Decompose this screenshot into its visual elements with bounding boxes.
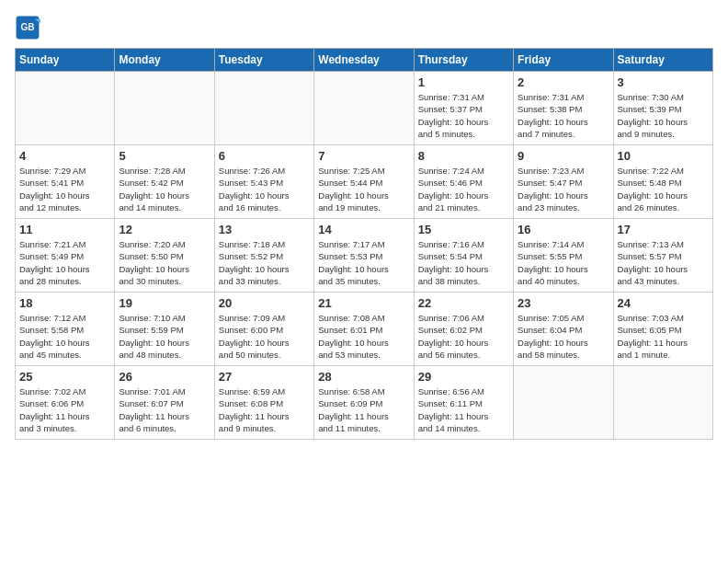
calendar-cell: 22Sunrise: 7:06 AM Sunset: 6:02 PM Dayli… <box>414 293 513 366</box>
calendar-cell: 3Sunrise: 7:30 AM Sunset: 5:39 PM Daylig… <box>613 72 712 145</box>
day-number: 15 <box>418 223 509 236</box>
day-number: 5 <box>119 149 210 163</box>
calendar-cell <box>514 366 613 440</box>
day-info: Sunrise: 7:28 AM Sunset: 5:42 PM Dayligh… <box>119 165 210 213</box>
day-number: 28 <box>318 370 409 384</box>
weekday-header-saturday: Saturday <box>613 49 712 72</box>
day-number: 27 <box>219 370 310 384</box>
calendar-cell: 16Sunrise: 7:14 AM Sunset: 5:55 PM Dayli… <box>514 219 613 293</box>
calendar-cell: 12Sunrise: 7:20 AM Sunset: 5:50 PM Dayli… <box>115 219 214 293</box>
calendar-cell: 27Sunrise: 6:59 AM Sunset: 6:08 PM Dayli… <box>214 366 313 440</box>
calendar-cell: 29Sunrise: 6:56 AM Sunset: 6:11 PM Dayli… <box>414 366 513 440</box>
day-number: 16 <box>518 223 609 236</box>
day-info: Sunrise: 7:03 AM Sunset: 6:05 PM Dayligh… <box>618 312 709 361</box>
calendar-cell: 2Sunrise: 7:31 AM Sunset: 5:38 PM Daylig… <box>514 72 613 145</box>
day-number: 1 <box>418 75 509 89</box>
day-number: 11 <box>19 223 110 236</box>
day-info: Sunrise: 6:56 AM Sunset: 6:11 PM Dayligh… <box>418 385 509 434</box>
calendar-week-5: 25Sunrise: 7:02 AM Sunset: 6:06 PM Dayli… <box>16 366 713 440</box>
day-info: Sunrise: 7:10 AM Sunset: 5:59 PM Dayligh… <box>119 312 210 361</box>
calendar-cell: 11Sunrise: 7:21 AM Sunset: 5:49 PM Dayli… <box>16 219 115 293</box>
weekday-header-sunday: Sunday <box>16 49 115 72</box>
day-info: Sunrise: 7:08 AM Sunset: 6:01 PM Dayligh… <box>318 312 409 361</box>
calendar-cell: 15Sunrise: 7:16 AM Sunset: 5:54 PM Dayli… <box>414 219 513 293</box>
day-info: Sunrise: 7:20 AM Sunset: 5:50 PM Dayligh… <box>119 238 210 287</box>
weekday-header-monday: Monday <box>115 49 214 72</box>
day-number: 10 <box>618 149 709 163</box>
day-info: Sunrise: 7:13 AM Sunset: 5:57 PM Dayligh… <box>618 238 709 287</box>
calendar-cell: 10Sunrise: 7:22 AM Sunset: 5:48 PM Dayli… <box>613 145 712 219</box>
day-info: Sunrise: 7:29 AM Sunset: 5:41 PM Dayligh… <box>19 165 110 213</box>
day-info: Sunrise: 7:24 AM Sunset: 5:46 PM Dayligh… <box>418 165 509 213</box>
day-number: 22 <box>418 296 509 310</box>
day-number: 25 <box>19 370 110 384</box>
page-header: GB <box>15 15 713 40</box>
weekday-header-friday: Friday <box>514 49 613 72</box>
calendar-body: 1Sunrise: 7:31 AM Sunset: 5:37 PM Daylig… <box>16 72 713 440</box>
calendar-cell: 8Sunrise: 7:24 AM Sunset: 5:46 PM Daylig… <box>414 145 513 219</box>
day-info: Sunrise: 7:30 AM Sunset: 5:39 PM Dayligh… <box>618 91 709 140</box>
calendar-cell: 9Sunrise: 7:23 AM Sunset: 5:47 PM Daylig… <box>514 145 613 219</box>
calendar-cell <box>16 72 115 145</box>
calendar-header: SundayMondayTuesdayWednesdayThursdayFrid… <box>16 49 713 72</box>
calendar-cell: 21Sunrise: 7:08 AM Sunset: 6:01 PM Dayli… <box>314 293 414 366</box>
day-number: 23 <box>518 296 609 310</box>
day-number: 24 <box>618 296 709 310</box>
day-info: Sunrise: 7:22 AM Sunset: 5:48 PM Dayligh… <box>618 165 709 213</box>
day-info: Sunrise: 7:17 AM Sunset: 5:53 PM Dayligh… <box>318 238 409 287</box>
calendar-cell: 26Sunrise: 7:01 AM Sunset: 6:07 PM Dayli… <box>115 366 214 440</box>
day-info: Sunrise: 7:25 AM Sunset: 5:44 PM Dayligh… <box>318 165 409 213</box>
day-info: Sunrise: 7:06 AM Sunset: 6:02 PM Dayligh… <box>418 312 509 361</box>
calendar-week-2: 4Sunrise: 7:29 AM Sunset: 5:41 PM Daylig… <box>16 145 713 219</box>
calendar-cell: 5Sunrise: 7:28 AM Sunset: 5:42 PM Daylig… <box>115 145 214 219</box>
day-number: 21 <box>318 296 409 310</box>
weekday-header-tuesday: Tuesday <box>214 49 313 72</box>
calendar-cell: 14Sunrise: 7:17 AM Sunset: 5:53 PM Dayli… <box>314 219 414 293</box>
calendar-cell: 13Sunrise: 7:18 AM Sunset: 5:52 PM Dayli… <box>214 219 313 293</box>
day-info: Sunrise: 7:18 AM Sunset: 5:52 PM Dayligh… <box>219 238 310 287</box>
day-info: Sunrise: 7:14 AM Sunset: 5:55 PM Dayligh… <box>518 238 609 287</box>
day-number: 17 <box>618 223 709 236</box>
day-info: Sunrise: 6:58 AM Sunset: 6:09 PM Dayligh… <box>318 385 409 434</box>
day-info: Sunrise: 7:02 AM Sunset: 6:06 PM Dayligh… <box>19 385 110 434</box>
calendar-cell <box>115 72 214 145</box>
day-info: Sunrise: 7:05 AM Sunset: 6:04 PM Dayligh… <box>518 312 609 361</box>
calendar-week-3: 11Sunrise: 7:21 AM Sunset: 5:49 PM Dayli… <box>16 219 713 293</box>
calendar-cell <box>214 72 313 145</box>
calendar-cell: 23Sunrise: 7:05 AM Sunset: 6:04 PM Dayli… <box>514 293 613 366</box>
day-number: 12 <box>119 223 210 236</box>
calendar-cell <box>613 366 712 440</box>
calendar-cell: 18Sunrise: 7:12 AM Sunset: 5:58 PM Dayli… <box>16 293 115 366</box>
day-number: 9 <box>518 149 609 163</box>
day-number: 29 <box>418 370 509 384</box>
calendar-cell: 24Sunrise: 7:03 AM Sunset: 6:05 PM Dayli… <box>613 293 712 366</box>
day-info: Sunrise: 7:23 AM Sunset: 5:47 PM Dayligh… <box>518 165 609 213</box>
logo-icon: GB <box>15 15 40 40</box>
calendar-cell: 1Sunrise: 7:31 AM Sunset: 5:37 PM Daylig… <box>414 72 513 145</box>
calendar-cell <box>314 72 414 145</box>
calendar-week-1: 1Sunrise: 7:31 AM Sunset: 5:37 PM Daylig… <box>16 72 713 145</box>
day-number: 14 <box>318 223 409 236</box>
day-number: 19 <box>119 296 210 310</box>
day-number: 7 <box>318 149 409 163</box>
day-info: Sunrise: 7:21 AM Sunset: 5:49 PM Dayligh… <box>19 238 110 287</box>
calendar-cell: 6Sunrise: 7:26 AM Sunset: 5:43 PM Daylig… <box>214 145 313 219</box>
day-number: 2 <box>518 75 609 89</box>
day-number: 4 <box>19 149 110 163</box>
calendar-cell: 7Sunrise: 7:25 AM Sunset: 5:44 PM Daylig… <box>314 145 414 219</box>
day-number: 20 <box>219 296 310 310</box>
calendar-cell: 17Sunrise: 7:13 AM Sunset: 5:57 PM Dayli… <box>613 219 712 293</box>
calendar-cell: 4Sunrise: 7:29 AM Sunset: 5:41 PM Daylig… <box>16 145 115 219</box>
calendar-table: SundayMondayTuesdayWednesdayThursdayFrid… <box>15 48 713 440</box>
day-number: 8 <box>418 149 509 163</box>
calendar-week-4: 18Sunrise: 7:12 AM Sunset: 5:58 PM Dayli… <box>16 293 713 366</box>
svg-text:GB: GB <box>20 22 34 32</box>
day-info: Sunrise: 7:31 AM Sunset: 5:37 PM Dayligh… <box>418 91 509 140</box>
day-info: Sunrise: 7:26 AM Sunset: 5:43 PM Dayligh… <box>219 165 310 213</box>
day-info: Sunrise: 7:31 AM Sunset: 5:38 PM Dayligh… <box>518 91 609 140</box>
day-info: Sunrise: 7:01 AM Sunset: 6:07 PM Dayligh… <box>119 385 210 434</box>
weekday-header-row: SundayMondayTuesdayWednesdayThursdayFrid… <box>16 49 713 72</box>
weekday-header-thursday: Thursday <box>414 49 513 72</box>
logo: GB <box>15 15 44 40</box>
day-number: 3 <box>618 75 709 89</box>
